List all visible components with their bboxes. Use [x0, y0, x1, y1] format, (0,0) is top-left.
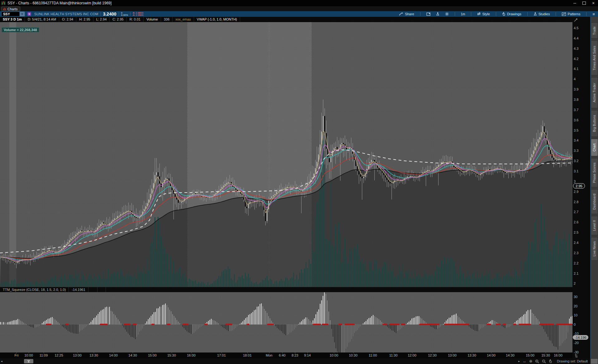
last-price: 3.2400	[103, 12, 116, 16]
time-tick-label: 15:30	[541, 353, 550, 357]
pan-right-icon[interactable]: ▸	[518, 360, 520, 363]
sidebar-tab-big-buttons[interactable]: Big Buttons	[591, 110, 598, 137]
sidebar-tab-live-news[interactable]: Live News	[591, 237, 598, 261]
chart-toolbar: SSY ▼ 9 SUNLINK HEALTH SYSTEMS INC COM 3…	[0, 11, 598, 17]
drawings-label: Drawings	[507, 12, 521, 16]
status-bar: ◂ ▸ ↔ ⊕ Drawing set: Default	[0, 358, 590, 364]
squeeze-canvas[interactable]	[0, 292, 572, 352]
corner-resize-handle[interactable]	[591, 358, 598, 364]
time-tick-label: 14:30	[506, 353, 515, 357]
main-chart-canvas[interactable]	[0, 22, 572, 287]
header-open: O: 2.94	[59, 17, 76, 22]
minimize-button[interactable]	[570, 0, 579, 6]
sidebar-tab-level-ii[interactable]: Level II	[591, 216, 598, 235]
header-date: D: 5/4/21, 8:14 AM	[25, 17, 59, 22]
time-tick-label: 13:00	[448, 353, 457, 357]
squeeze-mini-cell[interactable]	[88, 287, 97, 292]
time-axis[interactable]: Fri10:0011:0912:2513:0013:3014:0014:3015…	[0, 352, 572, 358]
last-price-bubble: 2.95	[573, 183, 585, 189]
net-change: 00.00%	[121, 12, 128, 16]
share-label: Share	[405, 12, 414, 16]
time-tick-label: 12:00	[408, 353, 416, 357]
time-tick-label: 16:00	[187, 353, 196, 357]
price-tick-label: 4.4	[574, 36, 578, 40]
time-tick-label: Fri	[15, 353, 19, 357]
share-button[interactable]: Share	[397, 12, 416, 16]
header-volume-value: 336	[161, 17, 173, 22]
drawing-set-label[interactable]: Drawing set: Default	[557, 359, 588, 363]
squeeze-tick-label: -20	[574, 341, 579, 345]
tab-charts[interactable]: Charts	[1, 7, 20, 11]
price-tick-label: 3.6	[574, 118, 578, 122]
sidebar-tab-dashboard[interactable]: Dashboard	[591, 189, 598, 214]
axis-reset-icon[interactable]	[574, 18, 578, 22]
patterns-button[interactable]: Patterns	[560, 12, 582, 16]
price-tick-label: 2	[574, 282, 576, 285]
squeeze-tick-label: 30	[574, 295, 577, 299]
scroll-left-arrow[interactable]: ◂	[1, 360, 2, 363]
time-tick-label: 10:30	[349, 353, 358, 357]
squeeze-mini-cell[interactable]	[97, 287, 106, 292]
maximize-button[interactable]	[579, 0, 589, 6]
price-tick-label: 2.6	[574, 220, 578, 224]
price-tick-label: 3.1	[574, 169, 578, 173]
price-tick-label: 4.1	[574, 67, 578, 71]
axis-updown-icon[interactable]	[574, 354, 578, 358]
time-tick-label: 6:40	[279, 353, 285, 357]
style-button[interactable]: Style	[475, 12, 491, 16]
sidebar-tab-trade[interactable]: Trade	[591, 22, 598, 39]
link-channel-badge[interactable]: 9	[27, 12, 31, 16]
time-tick-label: 13:00	[73, 353, 82, 357]
symbol-input[interactable]: SSY ▼	[1, 12, 25, 16]
squeeze-tick-label: 0	[574, 323, 576, 326]
main-chart-pane[interactable]: Volume = 22,268,348	[0, 22, 572, 287]
symbol-dropdown-arrow[interactable]: ▼	[19, 12, 25, 16]
studies-label: Studies	[539, 12, 550, 16]
timeframe-button[interactable]: 1m	[459, 12, 467, 16]
quick-study-button[interactable]	[434, 12, 441, 16]
time-tick-label: 15:30	[167, 353, 176, 357]
drawings-button[interactable]: Drawings	[500, 12, 523, 16]
sidebar-tab-times-and-sales[interactable]: Times And Sales	[591, 40, 598, 75]
tab-charts-label: Charts	[7, 7, 17, 11]
time-tick-label: 13:30	[467, 353, 476, 357]
squeeze-tick-label: 10	[574, 313, 577, 317]
settings-button[interactable]	[443, 12, 451, 16]
hand-tool-icon[interactable]	[549, 359, 552, 363]
header-high: H: 2.95	[76, 17, 93, 22]
gear-icon	[445, 12, 449, 16]
crosshair-icon[interactable]: ⊕	[529, 359, 532, 363]
squeeze-study-pane[interactable]	[0, 292, 572, 352]
squeeze-study-label[interactable]: TTM_Squeeze (CLOSE, 18, 1.5, 2.0, 1.0)	[0, 287, 69, 292]
header-volume-label[interactable]: Volume	[144, 17, 161, 22]
header-study-emas[interactable]: xxx_emas	[173, 17, 194, 22]
sidebar-tab-active-trader[interactable]: Active Trader	[591, 77, 598, 108]
window-title: SSY - Charts - 686109427TDA Main@thinkor…	[7, 1, 112, 5]
close-button[interactable]: ×	[589, 0, 598, 6]
time-tick-label: 18:01	[243, 353, 252, 357]
flask-icon	[436, 12, 439, 16]
symbol-value: SSY	[2, 12, 19, 16]
zoom-in-icon[interactable]	[535, 359, 539, 363]
price-axis[interactable]: 4.54.44.34.24.143.93.83.73.63.53.43.33.2…	[572, 17, 590, 364]
time-tick-label: 13:30	[89, 353, 98, 357]
sidebar-tab-chart[interactable]: Chart	[591, 139, 598, 156]
patterns-label: Patterns	[567, 12, 580, 16]
time-tick-label: 12:30	[428, 353, 437, 357]
time-scrollbar-thumb[interactable]	[24, 359, 33, 363]
time-tick-label: 14:30	[128, 353, 137, 357]
price-tick-label: 3.5	[574, 128, 578, 132]
sidebar-tab-phase-scores[interactable]: Phase Scores	[591, 158, 598, 187]
price-tick-label: 4	[574, 77, 576, 81]
header-symbol-timeframe[interactable]: SSY 3 D 1m	[0, 17, 25, 22]
header-study-vwap[interactable]: VWAP (-1.0, 1.0, MONTH)	[194, 17, 240, 22]
studies-button[interactable]: Studies	[532, 12, 552, 16]
detach-window-button[interactable]	[425, 12, 432, 16]
horizontal-arrows-icon[interactable]: ↔	[523, 359, 526, 363]
toolbar-menu-button[interactable]: ≡	[591, 12, 597, 16]
bid-ask: B: 2.8800A: 2.9500	[133, 12, 143, 16]
squeeze-header-strip: TTM_Squeeze (CLOSE, 18, 1.5, 2.0, 1.0) -…	[0, 287, 572, 292]
window-titlebar[interactable]: SSY - Charts - 686109427TDA Main@thinkor…	[0, 0, 598, 6]
header-low: L: 2.94	[93, 17, 110, 22]
zoom-out-icon[interactable]	[542, 359, 546, 363]
